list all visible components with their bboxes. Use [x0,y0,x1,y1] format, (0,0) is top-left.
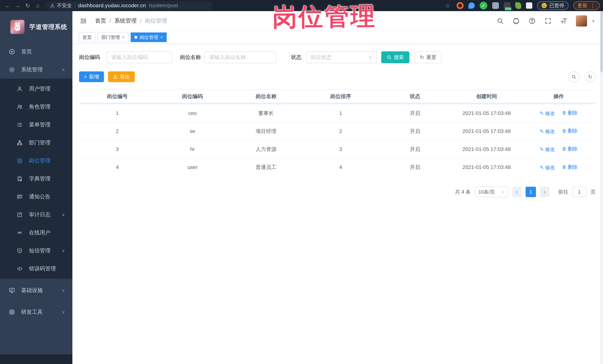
breadcrumb-home[interactable]: 首页 [95,17,106,25]
sidebar-item-users[interactable]: 用户管理 [0,80,72,98]
sidebar-item-devtools[interactable]: 研发工具 ∨ [0,303,72,321]
sidebar-footer [0,354,72,364]
chrome-menu-icon[interactable]: ⋮ [590,3,596,9]
sidebar-item-system[interactable]: 系统管理 ∧ [0,61,72,79]
security-warning[interactable]: ⚠ 不安全 [50,2,72,9]
extension-icon-orange[interactable] [457,2,464,9]
avatar[interactable] [576,15,587,26]
warning-icon: ⚠ [50,3,55,9]
app-shell: 芋道管理系统 首页 系统管理 ∧ 用户管理 [0,11,603,364]
table-row: 1 ceo 董事长 1 开启 2021-01-05 17:03:48 ✎修改 删… [79,104,596,122]
sidebar-item-audit-log[interactable]: 审计日志 ∨ [0,206,72,224]
cell-status: 开启 [379,122,451,140]
current-page[interactable]: 1 [526,187,536,197]
reset-button-label: 重置 [426,54,436,61]
browser-home-icon[interactable]: ⌂ [34,1,42,10]
announcement-icon [16,194,23,200]
edit-link[interactable]: ✎修改 [540,164,555,171]
extension-icon-gtm[interactable]: GTM [504,2,510,9]
extension-icon-puzzle[interactable] [526,2,532,9]
refresh-table-button[interactable]: ↻ [585,71,596,82]
address-bar[interactable]: ⚠ 不安全 dashboard.yudao.iocoder.cn /system… [45,1,212,10]
avatar-caret-icon[interactable]: ∨ [592,19,595,23]
edit-link[interactable]: ✎修改 [540,110,555,117]
edit-link[interactable]: ✎修改 [540,146,555,153]
delete-link[interactable]: 删除 [562,145,578,152]
cell-created: 2021-01-05 17:03:48 [452,158,522,176]
extension-icon-plant[interactable] [515,2,521,9]
app-logo-row[interactable]: 芋道管理系统 [0,11,72,43]
sidebar-item-posts[interactable]: 岗位管理 [0,152,72,170]
update-label: 更新 [577,2,587,9]
sidebar-item-dicts[interactable]: 字典管理 [0,170,72,188]
delete-link[interactable]: 删除 [562,128,578,134]
trash-icon [562,129,567,133]
page-size-select[interactable]: 10条/页 ∨ [475,187,508,197]
browser-forward-icon[interactable]: → [13,1,22,10]
hamburger-icon[interactable] [79,17,88,25]
extension-icon-pin[interactable] [468,2,475,9]
sidebar-item-label: 研发工具 [21,308,43,316]
close-icon[interactable]: × [160,35,163,40]
delete-link[interactable]: 删除 [562,110,578,116]
fullscreen-icon[interactable] [544,17,552,25]
online-signal-icon [16,230,23,236]
sidebar-item-notices[interactable]: 通知公告 [0,188,72,206]
search-button[interactable]: 搜索 [381,51,409,63]
close-icon[interactable]: × [122,35,125,40]
breadcrumb-system[interactable]: 系统管理 [114,17,137,25]
add-button[interactable]: + 新增 [79,71,104,82]
goto-page-input[interactable] [572,187,587,197]
post-code-input[interactable] [106,51,172,63]
paused-extension-pill[interactable]: 已暂停 [537,1,568,10]
tab-home[interactable]: 首页 [79,33,95,42]
cell-post-id: 3 [79,140,156,158]
dictionary-icon [16,176,23,182]
reset-button[interactable]: ↻ 重置 [415,51,441,63]
extension-icon-check[interactable]: ✓ [480,2,487,10]
next-page-button[interactable]: › [540,187,549,197]
scrollbar-thumb[interactable] [600,11,603,72]
url-path: /system/post [149,3,178,9]
cell-created: 2021-01-05 17:03:48 [452,122,522,140]
bookmark-star-icon[interactable]: ☆ [443,1,452,10]
chevron-down-icon: ∨ [62,248,65,253]
chevron-up-icon: ∧ [62,67,65,72]
table-row: 4 user 普通员工 4 开启 2021-01-05 17:03:48 ✎修改… [79,158,596,176]
scrollbar[interactable] [600,11,603,364]
search-icon[interactable] [496,17,504,25]
cell-post-sort: 4 [303,158,379,176]
status-select[interactable]: 岗位状态 ∨ [306,51,377,63]
sidebar-item-error-codes[interactable]: 错误码管理 [0,260,72,278]
github-icon[interactable] [512,17,520,25]
cell-post-name: 人力资源 [229,140,303,158]
tab-departments[interactable]: 部门管理 × [98,33,128,42]
sidebar-item-roles[interactable]: 角色管理 [0,98,72,116]
sidebar-item-home[interactable]: 首页 [0,43,72,61]
browser-back-icon[interactable]: ← [3,1,12,10]
sidebar-item-sms[interactable]: 短信管理 ∨ [0,242,72,260]
tab-posts[interactable]: 岗位管理 × [131,33,167,42]
sidebar-item-infrastructure[interactable]: 基础设施 ∨ [0,281,72,299]
extension-icon-columns[interactable] [492,2,499,9]
export-button[interactable]: 导出 [108,71,135,82]
content: 岗位编码 岗位名称 状态 岗位状态 ∨ 搜索 ↻ 重置 [72,44,603,364]
sidebar-item-online-users[interactable]: 在线用户 [0,224,72,242]
edit-icon: ✎ [540,165,544,171]
delete-link[interactable]: 删除 [562,164,578,170]
font-size-icon[interactable] [560,17,568,25]
breadcrumb-separator: / [109,18,111,24]
sidebar-item-menus[interactable]: 菜单管理 [0,116,72,134]
edit-link[interactable]: ✎修改 [540,128,555,135]
sidebar-item-label: 审计日志 [29,211,50,219]
cell-post-name: 项目经理 [229,122,303,140]
sidebar-item-departments[interactable]: 部门管理 [0,134,72,152]
cell-created: 2021-01-05 17:03:48 [452,140,522,158]
post-name-input[interactable] [205,51,276,63]
browser-refresh-icon[interactable]: ↻ [23,1,32,10]
update-button[interactable]: 更新 ⋮ [573,1,600,10]
toggle-search-button[interactable] [568,71,579,82]
col-actions: 操作 [522,90,596,103]
prev-page-button[interactable]: ‹ [512,187,522,197]
help-icon[interactable] [528,17,536,25]
